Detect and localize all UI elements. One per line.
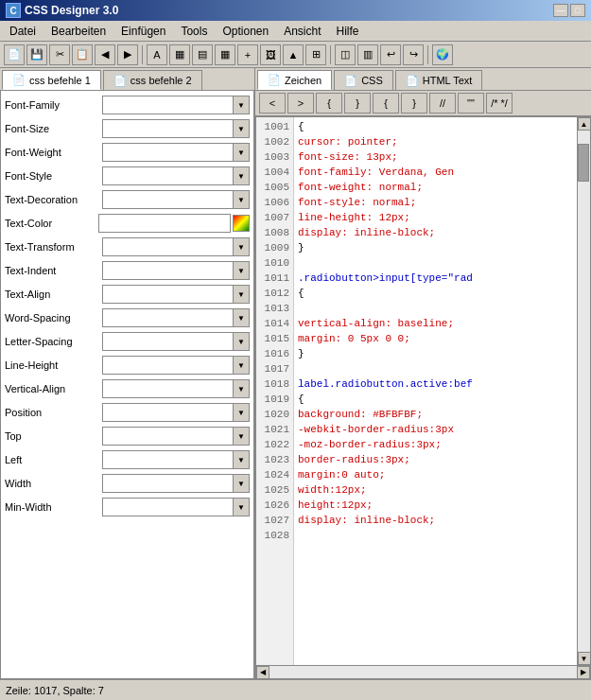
select-arrow-13[interactable]: ▼: [233, 403, 250, 422]
select-arrow-17[interactable]: ▼: [233, 498, 250, 516]
select-font-family[interactable]: [102, 96, 250, 114]
toolbar-btn-c[interactable]: ▤: [192, 44, 213, 65]
toolbar-fwd[interactable]: ▶: [117, 44, 138, 65]
code-line-1021[interactable]: -webkit-border-radius:3px: [298, 422, 573, 437]
code-line-1020[interactable]: background: #BFBFBF;: [298, 407, 573, 422]
code-line-1007[interactable]: line-height: 12px;: [298, 210, 573, 225]
select-arrow-11[interactable]: ▼: [233, 356, 250, 375]
select-word-spacing[interactable]: [102, 308, 250, 327]
select-text-align[interactable]: [102, 285, 250, 304]
select-text-indent[interactable]: [102, 261, 250, 280]
code-line-1028[interactable]: [298, 528, 573, 543]
toolbar-btn-b[interactable]: ▦: [169, 44, 190, 65]
scroll-left-arrow[interactable]: ◀: [256, 666, 269, 679]
menu-datei[interactable]: Datei: [4, 23, 42, 40]
code-btn-0[interactable]: <: [259, 93, 286, 114]
scroll-track-v[interactable]: [578, 131, 590, 652]
select-text-decoration[interactable]: [102, 190, 250, 209]
code-line-1026[interactable]: height:12px;: [298, 498, 573, 513]
select-letter-spacing[interactable]: [102, 332, 250, 351]
select-arrow-6[interactable]: ▼: [233, 237, 250, 256]
horizontal-scrollbar[interactable]: ◀ ▶: [256, 665, 590, 678]
menu-bearbeiten[interactable]: Bearbeiten: [45, 23, 112, 40]
select-min-width[interactable]: [102, 498, 250, 516]
code-line-1013[interactable]: [298, 301, 573, 316]
tab-css[interactable]: 📄 CSS: [334, 70, 393, 90]
select-font-size[interactable]: [102, 119, 250, 138]
minimize-button[interactable]: —: [553, 4, 568, 17]
select-arrow-12[interactable]: ▼: [233, 379, 250, 398]
toolbar-back[interactable]: ◀: [95, 44, 115, 65]
code-btn-7[interactable]: "": [458, 93, 484, 114]
tab-html[interactable]: 📄 HTML Text: [395, 70, 483, 90]
toolbar-btn-j[interactable]: ▥: [357, 44, 378, 65]
code-line-1024[interactable]: margin:0 auto;: [298, 467, 573, 482]
vertical-scrollbar[interactable]: ▲ ▼: [577, 117, 590, 665]
select-arrow-4[interactable]: ▼: [233, 190, 250, 209]
toolbar-btn-k[interactable]: ↩: [380, 44, 401, 65]
toolbar-cut[interactable]: ✂: [49, 44, 70, 65]
select-arrow-14[interactable]: ▼: [233, 427, 250, 446]
select-arrow-2[interactable]: ▼: [233, 143, 250, 162]
select-position[interactable]: [102, 403, 250, 422]
toolbar-btn-l[interactable]: ↪: [403, 44, 424, 65]
menu-hilfe[interactable]: Hilfe: [331, 23, 365, 40]
code-btn-4[interactable]: {: [373, 93, 399, 114]
select-arrow-0[interactable]: ▼: [233, 96, 250, 114]
tab-zeichen[interactable]: 📄 Zeichen: [257, 70, 332, 90]
scroll-right-arrow[interactable]: ▶: [577, 666, 590, 679]
select-arrow-7[interactable]: ▼: [233, 261, 250, 280]
code-line-1017[interactable]: [298, 361, 573, 376]
toolbar-save[interactable]: 💾: [26, 44, 47, 65]
select-arrow-3[interactable]: ▼: [233, 166, 250, 185]
code-lines[interactable]: { cursor: pointer; font-size: 13px; font…: [294, 117, 577, 665]
code-line-1019[interactable]: {: [298, 392, 573, 407]
code-line-1012[interactable]: {: [298, 286, 573, 301]
toolbar-btn-i[interactable]: ◫: [335, 44, 356, 65]
select-line-height[interactable]: [102, 356, 250, 375]
toolbar-copy[interactable]: 📋: [72, 44, 93, 65]
toolbar-btn-e[interactable]: +: [237, 44, 258, 65]
toolbar-btn-h[interactable]: ⊞: [305, 44, 326, 65]
code-btn-6[interactable]: //: [429, 93, 456, 114]
code-line-1027[interactable]: display: inline-block;: [298, 513, 573, 528]
code-line-1006[interactable]: font-style: normal;: [298, 195, 573, 210]
input-text-color[interactable]: [98, 214, 231, 233]
select-left[interactable]: [102, 450, 250, 469]
select-text-transform[interactable]: [102, 237, 250, 256]
toolbar-new[interactable]: 📄: [4, 44, 25, 65]
select-arrow-15[interactable]: ▼: [233, 450, 250, 469]
tab-css2[interactable]: 📄 css befehle 2: [103, 70, 202, 90]
color-swatch[interactable]: [233, 215, 250, 232]
select-top[interactable]: [102, 427, 250, 446]
scroll-down-arrow[interactable]: ▼: [578, 652, 591, 665]
select-arrow-10[interactable]: ▼: [233, 332, 250, 351]
code-btn-3[interactable]: }: [344, 93, 371, 114]
code-line-1002[interactable]: cursor: pointer;: [298, 134, 573, 149]
code-line-1018[interactable]: label.radiobutton.active:bef: [298, 376, 573, 392]
code-line-1003[interactable]: font-size: 13px;: [298, 149, 573, 165]
code-btn-5[interactable]: }: [401, 93, 427, 114]
code-btn-2[interactable]: {: [316, 93, 342, 114]
menu-optionen[interactable]: Optionen: [217, 23, 274, 40]
scroll-up-arrow[interactable]: ▲: [578, 117, 591, 131]
scroll-track-h[interactable]: [269, 666, 577, 678]
code-line-1023[interactable]: border-radius:3px;: [298, 452, 573, 467]
toolbar-btn-g[interactable]: ▲: [283, 44, 304, 65]
code-line-1015[interactable]: margin: 0 5px 0 0;: [298, 331, 573, 346]
code-line-1022[interactable]: -moz-border-radius:3px;: [298, 437, 573, 452]
select-vertical-align[interactable]: [102, 379, 250, 398]
select-arrow-9[interactable]: ▼: [233, 308, 250, 327]
scroll-thumb-v[interactable]: [578, 144, 589, 182]
code-line-1025[interactable]: width:12px;: [298, 482, 573, 498]
menu-ansicht[interactable]: Ansicht: [278, 23, 326, 40]
select-font-weight[interactable]: [102, 143, 250, 162]
toolbar-btn-m[interactable]: 🌍: [432, 44, 453, 65]
code-line-1004[interactable]: font-family: Verdana, Gen: [298, 165, 573, 180]
menu-tools[interactable]: Tools: [175, 23, 213, 40]
toolbar-btn-d[interactable]: ▦: [215, 44, 235, 65]
code-line-1011[interactable]: .radiobutton>input[type="rad: [298, 271, 573, 286]
toolbar-btn-a[interactable]: A: [147, 44, 167, 65]
maximize-button[interactable]: □: [570, 4, 585, 17]
code-line-1014[interactable]: vertical-align: baseline;: [298, 316, 573, 331]
